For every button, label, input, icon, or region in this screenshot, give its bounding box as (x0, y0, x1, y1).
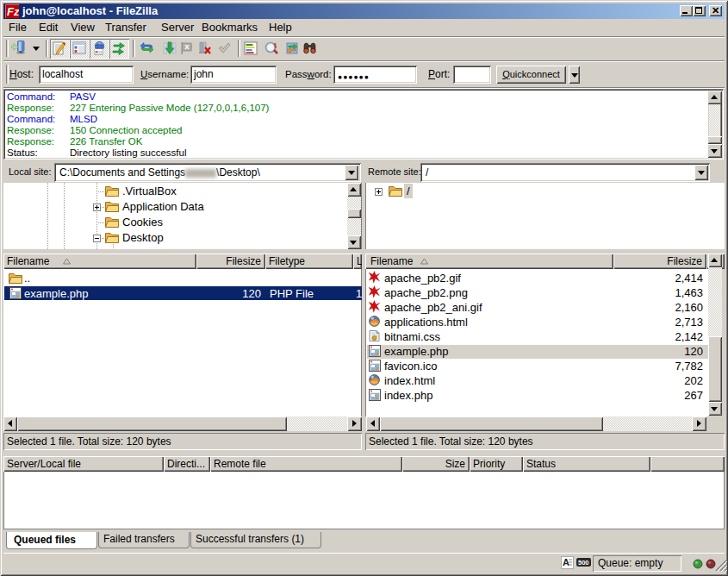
svg-text:A: A (563, 557, 569, 567)
svg-text:Fz: Fz (7, 5, 19, 18)
svg-text:500: 500 (578, 559, 589, 567)
